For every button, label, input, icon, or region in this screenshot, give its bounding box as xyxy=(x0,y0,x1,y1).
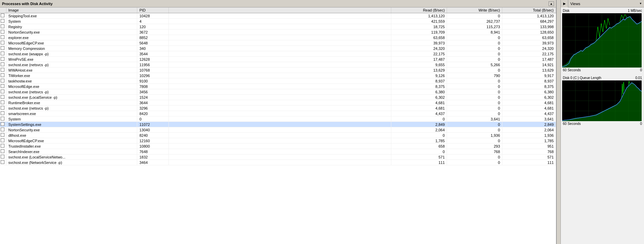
row-checkbox[interactable] xyxy=(0,100,6,106)
right-panel: ▶ Views ▼ Disk 1 MB/sec xyxy=(560,0,644,244)
row-total: 24,320 xyxy=(502,46,556,51)
row-read: 4,681 xyxy=(391,100,447,106)
row-checkbox[interactable] xyxy=(0,30,6,35)
row-checkbox[interactable] xyxy=(0,51,6,57)
table-row[interactable]: WWAHost.exe 10768 13,629 0 13,629 xyxy=(0,68,556,73)
row-pid: 10768 xyxy=(137,68,169,73)
row-spacer xyxy=(169,19,391,24)
row-checkbox[interactable] xyxy=(0,68,6,73)
checkbox-icon xyxy=(1,52,4,55)
table-row[interactable]: TrustedInstaller.exe 10800 658 293 951 xyxy=(0,144,556,149)
row-spacer xyxy=(169,122,391,127)
queue-graph-section: Disk 0 (C:) Queue Length 0.01 xyxy=(561,75,644,127)
row-checkbox[interactable] xyxy=(0,95,6,100)
table-row[interactable]: WmiPrvSE.exe 12628 17,487 0 17,487 xyxy=(0,57,556,62)
col-write[interactable]: Write (B/sec) xyxy=(447,7,502,13)
col-pid[interactable]: PID xyxy=(137,7,169,13)
row-write: 0 xyxy=(447,160,502,165)
table-row[interactable]: svchost.exe (wsappx -p) 3544 22,175 0 22… xyxy=(0,51,556,57)
row-checkbox[interactable] xyxy=(0,35,6,40)
vertical-scrollbar[interactable] xyxy=(556,0,560,244)
row-checkbox[interactable] xyxy=(0,144,6,149)
table-row[interactable]: SnippingTool.exe 10428 1,413,120 0 1,413… xyxy=(0,13,556,19)
row-total: 3,641 xyxy=(502,116,556,122)
checkbox-icon xyxy=(1,62,4,66)
row-total: 9,917 xyxy=(502,73,556,78)
row-checkbox[interactable] xyxy=(0,133,6,138)
row-pid: 5648 xyxy=(137,40,169,46)
table-row[interactable]: Registry 120 18,725 115,273 133,998 xyxy=(0,24,556,30)
row-checkbox[interactable] xyxy=(0,138,6,144)
row-total: 6,380 xyxy=(502,89,556,95)
queue-graph-canvas xyxy=(562,80,642,121)
checkbox-icon xyxy=(1,144,4,148)
table-row[interactable]: MicrosoftEdgeCP.exe 5648 39,973 0 39,973 xyxy=(0,40,556,46)
row-checkbox[interactable] xyxy=(0,160,6,165)
row-checkbox[interactable] xyxy=(0,154,6,160)
checkbox-icon xyxy=(1,149,4,153)
row-pid: 8240 xyxy=(137,133,169,138)
row-checkbox[interactable] xyxy=(0,24,6,30)
row-checkbox[interactable] xyxy=(0,78,6,84)
collapse-button[interactable]: ▲ xyxy=(549,1,554,6)
row-total: 1,785 xyxy=(502,138,556,144)
panel-header: Processes with Disk Activity ▲ xyxy=(0,0,556,7)
row-checkbox[interactable] xyxy=(0,106,6,111)
table-row[interactable]: explorer.exe 8852 63,658 0 63,658 xyxy=(0,35,556,40)
checkbox-icon xyxy=(1,122,4,126)
table-row[interactable]: svchost.exe (netsvcs -p) 3456 6,380 0 6,… xyxy=(0,89,556,95)
table-row[interactable]: SearchIndexer.exe 7648 0 768 768 xyxy=(0,149,556,154)
table-row[interactable]: svchost.exe (LocalServiceNetwo... 1832 5… xyxy=(0,154,556,160)
table-row[interactable]: smartscreen.exe 8420 4,437 0 4,437 xyxy=(0,111,556,116)
row-checkbox[interactable] xyxy=(0,13,6,19)
table-row[interactable]: dllhost.exe 8240 0 1,936 1,936 xyxy=(0,133,556,138)
table-row[interactable]: Memory Compression 340 24,320 0 24,320 xyxy=(0,46,556,51)
table-row[interactable]: TiWorker.exe 10296 9,126 790 9,917 xyxy=(0,73,556,78)
table-row[interactable]: System 4 421,559 262,737 684,297 xyxy=(0,19,556,24)
row-spacer xyxy=(169,111,391,116)
process-table-container[interactable]: Image PID Read (B/sec) Write (B/sec) Tot… xyxy=(0,7,556,244)
table-row[interactable]: System 0 0 3,641 3,641 xyxy=(0,116,556,122)
row-image: MicrosoftEdgeCP.exe xyxy=(6,40,137,46)
row-pid: 3544 xyxy=(137,51,169,57)
row-checkbox[interactable] xyxy=(0,84,6,89)
row-checkbox[interactable] xyxy=(0,57,6,62)
row-checkbox[interactable] xyxy=(0,127,6,133)
table-row[interactable]: svchost.exe (netsvcs -p) 3296 4,681 0 4,… xyxy=(0,106,556,111)
row-image: svchost.exe (netsvcs -p) xyxy=(6,106,137,111)
table-row[interactable]: NortonSecurity.exe 13040 2,064 0 2,064 xyxy=(0,127,556,133)
col-read[interactable]: Read (B/sec) xyxy=(391,7,447,13)
table-row[interactable]: svchost.exe (NetworkService -p) 3464 111… xyxy=(0,160,556,165)
row-pid: 340 xyxy=(137,46,169,51)
table-row[interactable]: taskhostw.exe 9100 8,937 0 8,937 xyxy=(0,78,556,84)
row-checkbox[interactable] xyxy=(0,149,6,154)
row-checkbox[interactable] xyxy=(0,89,6,95)
row-read: 22,175 xyxy=(391,51,447,57)
row-checkbox[interactable] xyxy=(0,122,6,127)
table-row[interactable]: svchost.exe (netsvcs -p) 11956 9,655 5,2… xyxy=(0,62,556,68)
row-checkbox[interactable] xyxy=(0,73,6,78)
row-image: System xyxy=(6,116,137,122)
table-row[interactable]: MicrosoftEdge.exe 7808 8,375 0 8,375 xyxy=(0,84,556,89)
col-image[interactable]: Image xyxy=(6,7,137,13)
table-row[interactable]: SystemSettings.exe 11072 2,849 0 2,849 xyxy=(0,122,556,127)
row-total: 133,998 xyxy=(502,24,556,30)
checkbox-icon xyxy=(1,41,4,44)
col-total[interactable]: Total (B/sec) xyxy=(502,7,556,13)
row-checkbox[interactable] xyxy=(0,116,6,122)
row-image: NortonSecurity.exe xyxy=(6,127,137,133)
row-read: 8,375 xyxy=(391,84,447,89)
views-button[interactable]: Views ▼ xyxy=(568,2,644,6)
table-row[interactable]: NortonSecurity.exe 3672 119,709 8,941 12… xyxy=(0,30,556,35)
table-row[interactable]: MicrosoftEdgeCP.exe 12160 1,785 0 1,785 xyxy=(0,138,556,144)
row-checkbox[interactable] xyxy=(0,19,6,24)
row-checkbox[interactable] xyxy=(0,40,6,46)
row-checkbox[interactable] xyxy=(0,62,6,68)
table-row[interactable]: RuntimeBroker.exe 3644 4,681 0 4,681 xyxy=(0,100,556,106)
row-total: 39,973 xyxy=(502,40,556,46)
row-checkbox[interactable] xyxy=(0,111,6,116)
table-row[interactable]: svchost.exe (LocalService -p) 1524 6,302… xyxy=(0,95,556,100)
row-read: 13,629 xyxy=(391,68,447,73)
row-checkbox[interactable] xyxy=(0,46,6,51)
expand-button[interactable]: ▶ xyxy=(561,0,568,7)
